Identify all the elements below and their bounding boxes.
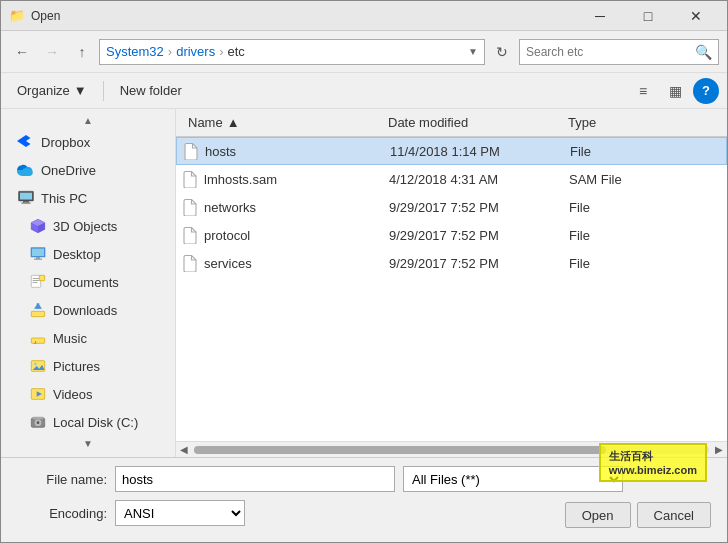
view-details-button[interactable]: ▦	[661, 77, 689, 105]
svg-rect-10	[34, 259, 42, 260]
new-folder-button[interactable]: New folder	[112, 79, 190, 102]
svg-rect-14	[33, 282, 38, 283]
sidebar-label-3d-objects: 3D Objects	[53, 219, 117, 234]
col-header-name[interactable]: Name ▲	[180, 109, 380, 136]
table-row[interactable]: hosts 11/4/2018 1:14 PM File	[176, 137, 727, 165]
sidebar-item-this-pc[interactable]: This PC	[1, 184, 175, 212]
col-name-label: Name	[188, 115, 223, 130]
close-button[interactable]: ✕	[673, 1, 719, 31]
search-button[interactable]: 🔍	[695, 44, 712, 60]
file-date: 9/29/2017 7:52 PM	[389, 256, 569, 271]
view-details-icon: ▦	[669, 83, 682, 99]
file-date: 9/29/2017 7:52 PM	[389, 228, 569, 243]
open-button[interactable]: Open	[565, 502, 631, 528]
downloads-icon	[29, 301, 47, 319]
filename-input[interactable]	[115, 466, 395, 492]
breadcrumb-sep-2: ›	[219, 44, 223, 59]
file-name: lmhosts.sam	[204, 172, 389, 187]
search-input[interactable]	[526, 45, 695, 59]
breadcrumb-system32[interactable]: System32	[106, 44, 164, 59]
videos-icon	[29, 385, 47, 403]
scroll-up-arrow: ▲	[83, 115, 93, 126]
up-button[interactable]: ↑	[69, 39, 95, 65]
sidebar-item-dropbox[interactable]: Dropbox	[1, 128, 175, 156]
scroll-right-button[interactable]: ▶	[711, 444, 727, 455]
sidebar-label-music: Music	[53, 331, 87, 346]
organize-button[interactable]: Organize ▼	[9, 79, 95, 102]
filetype-select[interactable]: All Files (**)	[403, 466, 623, 492]
sidebar-item-videos[interactable]: Videos	[1, 380, 175, 408]
sidebar-label-desktop: Desktop	[53, 247, 101, 262]
sidebar-item-desktop[interactable]: Desktop	[1, 240, 175, 268]
file-type: File	[570, 144, 690, 159]
sidebar-label-pictures: Pictures	[53, 359, 100, 374]
sidebar-item-documents[interactable]: Documents	[1, 268, 175, 296]
svg-rect-15	[39, 275, 44, 280]
cancel-button[interactable]: Cancel	[637, 502, 711, 528]
breadcrumb-etc[interactable]: etc	[228, 44, 245, 59]
form-buttons: Open Cancel	[565, 502, 711, 528]
col-type-label: Type	[568, 115, 596, 130]
minimize-button[interactable]: ─	[577, 1, 623, 31]
desktop-icon	[29, 245, 47, 263]
table-row[interactable]: protocol 9/29/2017 7:52 PM File	[176, 221, 727, 249]
sort-arrow: ▲	[227, 115, 240, 130]
encoding-label: Encoding:	[17, 506, 107, 521]
file-name: hosts	[205, 144, 390, 159]
title-icon: 📁	[9, 8, 25, 24]
file-date: 9/29/2017 7:52 PM	[389, 200, 569, 215]
help-button[interactable]: ?	[693, 78, 719, 104]
back-button[interactable]: ←	[9, 39, 35, 65]
filename-label: File name:	[17, 472, 107, 487]
svg-rect-3	[22, 203, 31, 204]
view-icon: ≡	[639, 83, 647, 99]
toolbar: Organize ▼ New folder ≡ ▦ ?	[1, 73, 727, 109]
3d-objects-icon	[29, 217, 47, 235]
svg-rect-13	[33, 280, 40, 281]
sidebar-item-downloads[interactable]: Downloads	[1, 296, 175, 324]
svg-rect-16	[31, 311, 44, 316]
breadcrumb[interactable]: System32 › drivers › etc ▼	[99, 39, 485, 65]
breadcrumb-drivers[interactable]: drivers	[176, 44, 215, 59]
col-header-date[interactable]: Date modified	[380, 109, 560, 136]
scroll-thumb[interactable]	[194, 446, 606, 454]
bottom-panel: File name: All Files (**) Encoding: ANSI…	[1, 457, 727, 542]
col-header-type[interactable]: Type	[560, 109, 680, 136]
sidebar-scroll-up[interactable]: ▲	[1, 113, 175, 128]
sidebar-label-this-pc: This PC	[41, 191, 87, 206]
svg-point-28	[37, 421, 40, 424]
sidebar-item-music[interactable]: ♪ Music	[1, 324, 175, 352]
table-row[interactable]: lmhosts.sam 4/12/2018 4:31 AM SAM File	[176, 165, 727, 193]
sidebar-scroll-down[interactable]: ▼	[1, 436, 175, 451]
sidebar-label-dropbox: Dropbox	[41, 135, 90, 150]
documents-icon	[29, 273, 47, 291]
table-row[interactable]: networks 9/29/2017 7:52 PM File	[176, 193, 727, 221]
sidebar-item-3d-objects[interactable]: 3D Objects	[1, 212, 175, 240]
address-bar: ← → ↑ System32 › drivers › etc ▼ ↻ 🔍	[1, 31, 727, 73]
title-bar: 📁 Open ─ □ ✕	[1, 1, 727, 31]
scroll-left-button[interactable]: ◀	[176, 444, 192, 455]
view-mode-button[interactable]: ≡	[629, 77, 657, 105]
file-date: 4/12/2018 4:31 AM	[389, 172, 569, 187]
maximize-button[interactable]: □	[625, 1, 671, 31]
onedrive-icon	[17, 161, 35, 179]
forward-button[interactable]: →	[39, 39, 65, 65]
file-area: Name ▲ Date modified Type hosts 11/4/201…	[176, 109, 727, 457]
file-icon	[180, 225, 200, 245]
file-list: hosts 11/4/2018 1:14 PM File lmhosts.sam…	[176, 137, 727, 441]
sidebar-item-pictures[interactable]: Pictures	[1, 352, 175, 380]
svg-rect-1	[20, 193, 32, 200]
refresh-button[interactable]: ↻	[489, 39, 515, 65]
svg-rect-19	[31, 338, 44, 343]
scroll-track[interactable]	[194, 446, 709, 454]
sidebar-item-local-disk[interactable]: Local Disk (C:)	[1, 408, 175, 436]
svg-rect-2	[23, 201, 29, 203]
table-row[interactable]: services 9/29/2017 7:52 PM File	[176, 249, 727, 277]
sidebar-label-local-disk: Local Disk (C:)	[53, 415, 138, 430]
sidebar-item-onedrive[interactable]: OneDrive	[1, 156, 175, 184]
toolbar-right: ≡ ▦ ?	[629, 77, 719, 105]
music-icon: ♪	[29, 329, 47, 347]
file-type: File	[569, 228, 689, 243]
breadcrumb-dropdown-arrow[interactable]: ▼	[468, 46, 478, 57]
encoding-select[interactable]: ANSI	[115, 500, 245, 526]
